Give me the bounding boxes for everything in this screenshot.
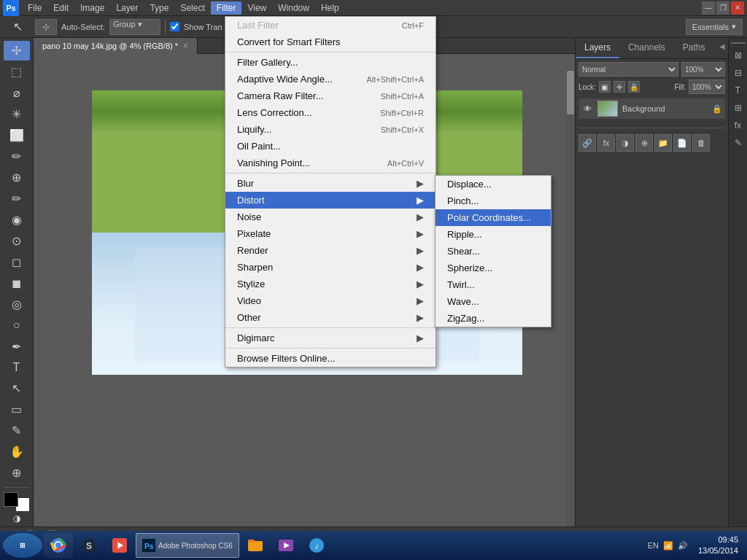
menu-filter[interactable]: Filter [211,1,242,15]
essentials-button[interactable]: Essentials ▾ [686,19,743,35]
show-transform-checkbox[interactable] [170,22,179,31]
filter-video[interactable]: Video ▶ [225,292,436,309]
layer-style-btn[interactable]: fx [597,134,615,152]
close-button[interactable]: ✕ [731,1,744,15]
tool-path-selection[interactable]: ↖ [4,379,30,399]
lock-pixels-btn[interactable]: ▣ [599,81,611,93]
menu-file[interactable]: File [22,1,47,15]
menu-view[interactable]: View [241,1,272,15]
filter-vanishing-point[interactable]: Vanishing Point... Alt+Ctrl+V [225,155,436,171]
filter-last-filter[interactable]: Last Filter Ctrl+F [225,17,436,34]
filter-other[interactable]: Other ▶ [225,309,436,326]
taskbar-video-player[interactable] [271,533,301,558]
blend-mode-select[interactable]: Normal [578,62,678,77]
lock-all-btn[interactable]: 🔒 [628,81,640,93]
tool-zoom[interactable]: ⊕ [4,463,30,483]
tool-hand[interactable]: ✋ [4,442,30,462]
link-layers-btn[interactable]: 🔗 [578,134,596,152]
tool-shape[interactable]: ▭ [4,400,30,419]
menu-image[interactable]: Image [74,1,110,15]
filter-pixelate[interactable]: Pixelate ▶ [225,225,436,242]
distort-polar-coordinates[interactable]: Polar Coordinates... [436,209,551,226]
tool-eraser[interactable]: ◻ [4,252,30,272]
panel-tab-layers[interactable]: Layers [576,38,619,58]
menu-help[interactable]: Help [315,1,345,15]
tool-eyedropper[interactable]: ✏ [4,147,30,166]
fill-select[interactable]: 100% [689,79,725,94]
distort-shear[interactable]: Shear... [436,243,551,260]
taskbar-media-player[interactable] [105,533,134,558]
filter-render[interactable]: Render ▶ [225,242,436,259]
scroll-thumb[interactable] [567,71,574,114]
tool-dodge[interactable]: ○ [4,316,30,335]
lock-position-btn[interactable]: ✛ [614,81,625,93]
quick-mask-button[interactable]: ◑ [6,513,28,524]
tool-history[interactable]: ⊙ [4,231,30,251]
filter-gallery[interactable]: Filter Gallery... [225,54,436,71]
filter-convert-smart[interactable]: Convert for Smart Filters [225,34,436,50]
distort-displace[interactable]: Displace... [436,176,551,192]
menu-window[interactable]: Window [272,1,315,15]
mini-btn-4[interactable]: ⊞ [731,101,746,115]
document-tab[interactable]: pano 10 may 14k.jpg @ 4% (RGB/8) * ✕ [34,38,198,54]
filter-adaptive-wide[interactable]: Adaptive Wide Angle... Alt+Shift+Ctrl+A [225,71,436,88]
filter-noise[interactable]: Noise ▶ [225,209,436,225]
taskbar-chrome[interactable] [44,533,73,558]
filter-lens-correction[interactable]: Lens Correction... Shift+Ctrl+R [225,104,436,121]
tool-brush[interactable]: ✏ [4,189,30,209]
tool-notes[interactable]: ✎ [4,421,30,440]
panel-tab-paths[interactable]: Paths [674,38,714,58]
tool-magic-wand[interactable]: ✳ [4,104,30,124]
distort-twirl[interactable]: Twirl... [436,276,551,293]
new-group-btn[interactable]: 📁 [654,134,672,152]
tool-clone[interactable]: ◉ [4,210,30,230]
mini-btn-2[interactable]: ⊟ [731,66,746,80]
distort-pinch[interactable]: Pinch... [436,192,551,209]
mini-btn-5[interactable]: fx [731,118,746,133]
menu-select[interactable]: Select [174,1,210,15]
distort-ripple[interactable]: Ripple... [436,226,551,243]
opacity-select[interactable]: 100% [681,62,725,77]
filter-liquify[interactable]: Liquify... Shift+Ctrl+X [225,121,436,138]
restore-button[interactable]: ❐ [716,1,729,15]
filter-sharpen[interactable]: Sharpen ▶ [225,259,436,276]
distort-zigzag[interactable]: ZigZag... [436,310,551,327]
taskbar-photoshop[interactable]: Ps Adobe Photoshop CS6 [136,533,239,558]
menu-layer[interactable]: Layer [110,1,144,15]
taskbar-file-manager[interactable] [241,533,270,558]
filter-blur[interactable]: Blur ▶ [225,175,436,192]
tool-type[interactable]: T [4,358,30,378]
tool-blur[interactable]: ◎ [4,295,30,314]
menu-type[interactable]: Type [144,1,174,15]
minimize-button[interactable]: — [702,1,715,15]
mini-btn-6[interactable]: ✎ [731,136,746,150]
distort-wave[interactable]: Wave... [436,293,551,310]
tool-gradient[interactable]: ◼ [4,273,30,293]
group-select[interactable]: Group ▾ [109,19,160,35]
tool-pen[interactable]: ✒ [4,337,30,357]
filter-stylize[interactable]: Stylize ▶ [225,276,436,292]
add-mask-btn[interactable]: ◑ [616,134,634,152]
tool-move[interactable]: ✢ [4,41,30,61]
vertical-scrollbar[interactable] [566,70,575,526]
tool-crop[interactable]: ⬜ [4,125,30,145]
taskbar-itunes[interactable]: ♪ [302,533,331,558]
mini-btn-1[interactable]: ⊠ [731,48,746,63]
distort-spherize[interactable]: Spherize... [436,260,551,276]
filter-digimarc[interactable]: Digimarc ▶ [225,330,436,346]
tool-marquee[interactable]: ⬚ [4,62,30,82]
delete-layer-btn[interactable]: 🗑 [692,134,710,152]
filter-oil-paint[interactable]: Oil Paint... [225,138,436,155]
foreground-background-colors[interactable] [4,492,30,512]
layer-visibility-icon[interactable]: 👁 [581,103,593,114]
tool-healing[interactable]: ⊕ [4,168,30,187]
filter-browse-online[interactable]: Browse Filters Online... [225,350,436,367]
new-adjustment-btn[interactable]: ⊕ [635,134,653,152]
tab-close-button[interactable]: ✕ [182,42,188,50]
start-button[interactable]: ⊞ [3,533,42,558]
panel-tab-channels[interactable]: Channels [619,38,674,58]
layer-item-background[interactable]: 👁 Background 🔒 [578,98,725,119]
filter-distort[interactable]: Distort ▶ [225,192,436,209]
menu-edit[interactable]: Edit [47,1,74,15]
tool-lasso[interactable]: ⌀ [4,83,30,103]
